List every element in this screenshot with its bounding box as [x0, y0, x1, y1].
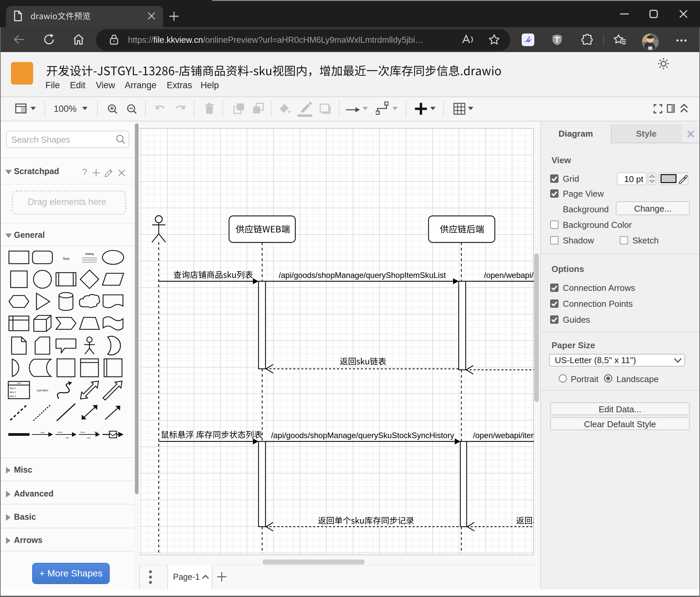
svg-text:Label: Label	[41, 432, 44, 433]
svg-text:Text: Text	[62, 257, 69, 261]
svg-text:label: label	[66, 437, 69, 439]
svg-text:Source: Source	[57, 431, 62, 433]
svg-text:Item 1: Item 1	[9, 387, 16, 389]
svg-text:label: label	[87, 437, 91, 439]
svg-text:/api/goods/shopManage/querySku: /api/goods/shopManage/querySkuStockSyncH…	[271, 431, 454, 440]
svg-text:Target: Target	[94, 431, 98, 433]
svg-text:Item 2: Item 2	[9, 391, 16, 393]
svg-text:List Item: List Item	[37, 389, 48, 392]
svg-text:List: List	[17, 382, 21, 384]
svg-text:Source: Source	[80, 431, 85, 433]
svg-text:/api/goods/shopManage/querySho: /api/goods/shopManage/queryShopItemSkuLi…	[279, 271, 446, 280]
svg-text:Item 3: Item 3	[9, 395, 16, 397]
svg-text:Heading: Heading	[85, 253, 94, 255]
